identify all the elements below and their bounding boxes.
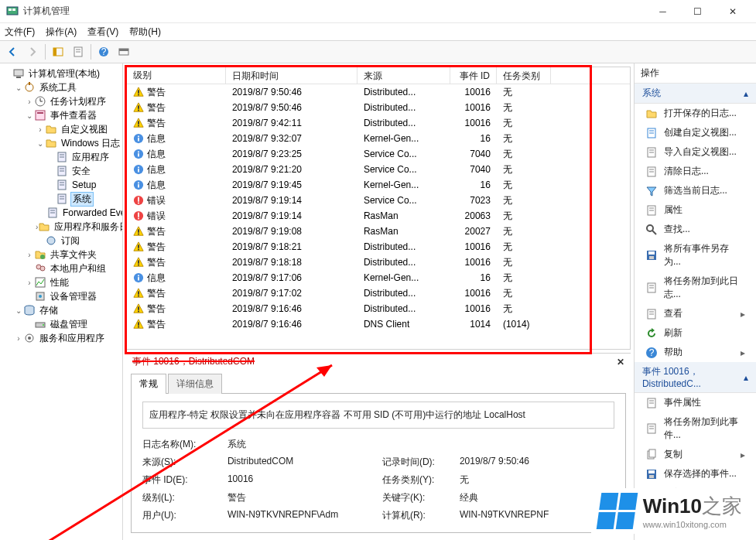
column-headers[interactable]: 级别 日期和时间 来源 事件 ID 任务类别 xyxy=(127,67,630,84)
maximize-button[interactable]: ☐ xyxy=(680,0,715,23)
toolbar-btn-2[interactable] xyxy=(115,43,133,61)
event-row[interactable]: 警告2019/8/7 9:16:46Distributed...10016无 xyxy=(127,301,630,316)
detail-close-icon[interactable]: ✕ xyxy=(617,357,624,367)
kv-logname-k: 日志名称(M): xyxy=(142,438,227,451)
event-row[interactable]: 警告2019/8/7 9:50:46Distributed...10016无 xyxy=(127,84,630,100)
col-date[interactable]: 日期和时间 xyxy=(226,67,357,84)
svg-text:?: ? xyxy=(101,46,107,57)
forward-button[interactable] xyxy=(23,43,42,61)
event-rows[interactable]: 警告2019/8/7 9:50:46Distributed...10016无警告… xyxy=(127,84,630,349)
event-row[interactable]: 警告2019/8/7 9:50:46Distributed...10016无 xyxy=(127,100,630,115)
event-row[interactable]: 错误2019/8/7 9:19:14Service Co...7023无 xyxy=(127,193,630,208)
menu-view[interactable]: 查看(V) xyxy=(87,26,118,39)
svg-rect-48 xyxy=(138,90,139,93)
event-row[interactable]: 信息2019/8/7 9:21:20Service Co...7040无 xyxy=(127,162,630,177)
tab-details[interactable]: 详细信息 xyxy=(168,374,222,394)
minimize-button[interactable]: ─ xyxy=(645,0,680,23)
col-source[interactable]: 来源 xyxy=(357,67,450,84)
svg-point-39 xyxy=(40,266,45,271)
action-view[interactable]: 查看▸ xyxy=(635,304,756,323)
tree-item-应用程序[interactable]: 应用程序 xyxy=(0,150,122,164)
col-category[interactable]: 任务类别 xyxy=(497,67,551,84)
tree-item-计算机管理(本地)[interactable]: 计算机管理(本地) xyxy=(0,67,122,80)
action-attach[interactable]: 将任务附加到此日志... xyxy=(635,272,756,304)
svg-rect-72 xyxy=(138,229,139,232)
col-level[interactable]: 级别 xyxy=(127,67,226,84)
actions-pane: 操作 系统▴ 打开保存的日志...创建自定义视图...导入自定义视图...清除日… xyxy=(634,63,756,540)
tree-item-系统[interactable]: 系统 xyxy=(0,192,122,206)
menu-action[interactable]: 操作(A) xyxy=(46,26,77,39)
svg-rect-52 xyxy=(138,121,139,124)
titlebar: 计算机管理 ─ ☐ ✕ xyxy=(0,0,756,23)
tree-item-存储[interactable]: ⌄存储 xyxy=(0,303,122,317)
savesel-icon xyxy=(645,468,658,480)
tree-item-Windows 日志[interactable]: ⌄Windows 日志 xyxy=(0,136,122,150)
tree-item-磁盘管理[interactable]: 磁盘管理 xyxy=(0,317,122,331)
tree-item-安全[interactable]: 安全 xyxy=(0,164,122,178)
event-row[interactable]: 信息2019/8/7 9:17:06Kernel-Gen...16无 xyxy=(127,270,630,285)
tree-item-事件查看器[interactable]: ⌄事件查看器 xyxy=(0,108,122,122)
tree-item-共享文件夹[interactable]: ›共享文件夹 xyxy=(0,248,122,261)
tree-item-应用程序和服务日志[interactable]: ›应用程序和服务日志 xyxy=(0,220,122,234)
properties-button[interactable] xyxy=(69,43,87,61)
svg-rect-12 xyxy=(14,70,23,76)
evprops-icon xyxy=(645,397,658,409)
action-find[interactable]: 查找... xyxy=(635,220,756,239)
action-open[interactable]: 打开保存的日志... xyxy=(635,104,756,123)
action-props[interactable]: 属性 xyxy=(635,200,756,220)
action-help[interactable]: ?帮助▸ xyxy=(635,343,756,362)
event-row[interactable]: 警告2019/8/7 9:19:08RasMan20027无 xyxy=(127,224,630,239)
tree-item-Setup[interactable]: Setup xyxy=(0,178,122,192)
tree-item-性能[interactable]: ›性能 xyxy=(0,275,122,289)
svg-rect-53 xyxy=(138,125,139,127)
action-newview[interactable]: 创建自定义视图... xyxy=(635,123,756,142)
col-eventid[interactable]: 事件 ID xyxy=(450,67,497,84)
event-row[interactable]: 信息2019/8/7 9:19:45Kernel-Gen...16无 xyxy=(127,177,630,193)
tree-item-订阅[interactable]: 订阅 xyxy=(0,234,122,248)
tree-item-系统工具[interactable]: ⌄系统工具 xyxy=(0,80,122,94)
event-row[interactable]: 警告2019/8/7 9:17:02Distributed...10016无 xyxy=(127,285,630,301)
nav-tree[interactable]: 计算机管理(本地)⌄系统工具›任务计划程序⌄事件查看器›自定义视图⌄Window… xyxy=(0,63,123,540)
event-row[interactable]: 警告2019/8/7 9:18:21Distributed...10016无 xyxy=(127,239,630,255)
tree-item-Forwarded Eve[interactable]: Forwarded Eve xyxy=(0,206,122,220)
tree-item-设备管理器[interactable]: 设备管理器 xyxy=(0,289,122,303)
svg-rect-19 xyxy=(36,111,45,120)
event-row[interactable]: 警告2019/8/7 9:42:11Distributed...10016无 xyxy=(127,115,630,131)
svg-rect-123 xyxy=(648,470,655,473)
menubar: 文件(F) 操作(A) 查看(V) 帮助(H) xyxy=(0,23,756,40)
svg-rect-40 xyxy=(36,278,45,287)
tree-item-本地用户和组[interactable]: 本地用户和组 xyxy=(0,261,122,275)
action-filter[interactable]: 筛选当前日志... xyxy=(635,181,756,200)
help-button[interactable]: ? xyxy=(94,43,113,61)
action-import[interactable]: 导入自定义视图... xyxy=(635,142,756,162)
tree-item-服务和应用程序[interactable]: ›服务和应用程序 xyxy=(0,331,122,345)
action-saveas[interactable]: 将所有事件另存为... xyxy=(635,239,756,272)
collapse-icon[interactable]: ▴ xyxy=(744,88,748,99)
action-savesel[interactable]: 保存选择的事件... xyxy=(635,464,756,484)
event-row[interactable]: 警告2019/8/7 9:16:46DNS Client1014(1014) xyxy=(127,316,630,332)
detail-header: 事件 10016，DistributedCOM ✕ xyxy=(126,353,631,370)
svg-text:?: ? xyxy=(649,347,655,358)
collapse-icon[interactable]: ▴ xyxy=(744,372,748,383)
action-evprops[interactable]: 事件属性 xyxy=(635,393,756,412)
action-clear[interactable]: 清除日志... xyxy=(635,162,756,181)
back-button[interactable] xyxy=(3,43,22,61)
menu-file[interactable]: 文件(F) xyxy=(5,26,35,39)
svg-rect-79 xyxy=(138,277,139,280)
show-hide-button[interactable] xyxy=(49,43,67,61)
tab-general[interactable]: 常规 xyxy=(131,374,166,394)
event-row[interactable]: 信息2019/8/7 9:23:25Service Co...7040无 xyxy=(127,146,630,162)
action-copy[interactable]: 复制▸ xyxy=(635,445,756,464)
close-button[interactable]: ✕ xyxy=(715,0,750,23)
event-row[interactable]: 信息2019/8/7 9:32:07Kernel-Gen...16无 xyxy=(127,131,630,146)
event-row[interactable]: 警告2019/8/7 9:18:18Distributed...10016无 xyxy=(127,255,630,270)
menu-help[interactable]: 帮助(H) xyxy=(129,26,161,39)
svg-point-45 xyxy=(43,324,44,326)
tree-item-自定义视图[interactable]: ›自定义视图 xyxy=(0,122,122,136)
action-attach[interactable]: 将任务附加到此事件... xyxy=(635,412,756,445)
event-row[interactable]: 错误2019/8/7 9:19:14RasMan20063无 xyxy=(127,208,630,224)
tree-item-任务计划程序[interactable]: ›任务计划程序 xyxy=(0,94,122,108)
action-refresh[interactable]: 刷新 xyxy=(635,323,756,343)
detail-title: 事件 10016，DistributedCOM xyxy=(132,355,255,368)
svg-rect-51 xyxy=(138,110,139,111)
